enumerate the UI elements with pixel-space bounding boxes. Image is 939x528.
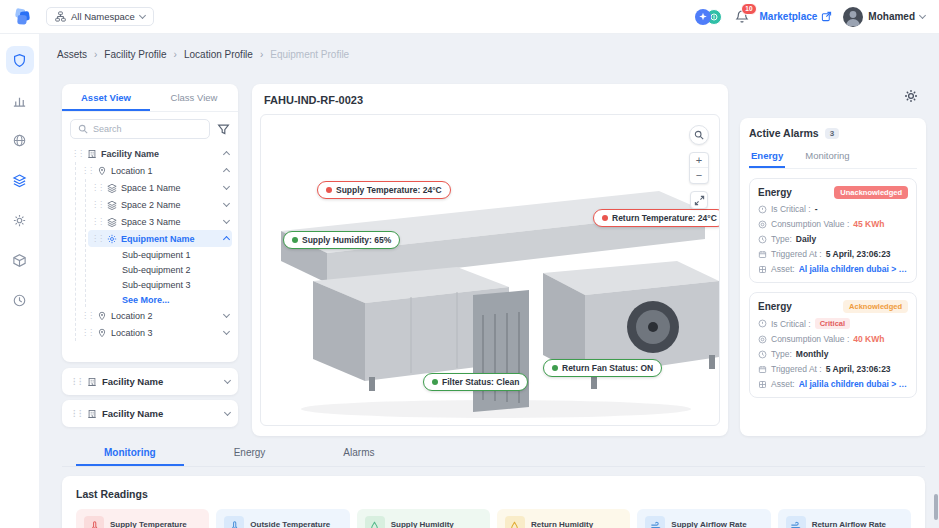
facility-card-3[interactable]: Facility Name [62,400,238,427]
assistant-icon[interactable] [695,9,711,25]
callout-supply-temperature[interactable]: Supply Temperature: 24°C [317,181,451,199]
alarm-field-critical: Is Critical : - [758,204,908,214]
cube-icon[interactable] [6,246,34,274]
callout-supply-humidity[interactable]: Supply Humidity: 65% [283,231,400,249]
reading-card-return-airflow[interactable]: Return Airflow Rate [778,509,911,528]
magnifier-icon[interactable] [689,125,709,145]
equipment-3d-viewer[interactable]: Supply Temperature: 24°C Return Temperat… [260,114,720,426]
marketplace-link[interactable]: Marketplace [760,11,833,22]
chart-icon[interactable] [6,86,34,114]
search-icon [78,124,88,134]
critical-badge: Critical [815,318,850,329]
tree-item-sub-equipment-1[interactable]: Sub-equipment 1 [122,247,232,262]
tab-energy[interactable]: Energy [749,146,785,168]
tree-item-space-1[interactable]: Space 1 Name [88,179,232,196]
tree-item-label: Space 3 Name [121,217,220,227]
reading-card-outside-temperature[interactable]: Outside Temperature [216,509,349,528]
map-pin-icon [97,328,107,338]
drag-handle-icon[interactable] [91,201,103,209]
facility-card-2[interactable]: Facility Name [62,368,238,395]
shield-icon[interactable] [6,46,34,74]
tab-class-view[interactable]: Class View [150,84,238,111]
equipment-profile-card: FAHU-IND-RF-0023 [252,84,728,436]
external-link-icon [821,11,832,22]
active-alarms-panel: Active Alarms 3 Energy Monitoring Energy… [740,118,926,436]
layers-icon[interactable] [6,166,34,194]
drag-handle-icon[interactable] [91,235,103,243]
viewer-controls: + − [689,125,709,209]
tab-monitoring[interactable]: Monitoring [76,447,184,466]
building-icon [87,409,97,419]
zoom-out-button[interactable]: − [690,168,708,183]
chevron-down-icon [223,217,230,224]
reading-card-supply-humidity[interactable]: Supply Humidity [357,509,490,528]
reading-card-supply-temperature[interactable]: Supply Temperature [76,509,209,528]
tree-item-equipment[interactable]: Equipment Name [88,230,232,247]
marketplace-label: Marketplace [760,11,818,22]
notifications-button[interactable]: 10 [735,9,749,24]
tree-item-location-2[interactable]: Location 2 [78,307,232,324]
droplet-icon [505,516,525,528]
app-logo-icon[interactable] [12,6,34,28]
reading-card-supply-airflow[interactable]: Supply Airflow Rate [637,509,770,528]
drag-handle-icon[interactable] [81,167,93,175]
tree-item-location-3[interactable]: Location 3 [78,324,232,341]
callout-return-temperature[interactable]: Return Temperature: 24°C [593,209,720,227]
tab-energy[interactable]: Energy [206,447,294,466]
reading-card-return-humidity[interactable]: Return Humidity [497,509,630,528]
tree-item-space-2[interactable]: Space 2 Name [88,196,232,213]
page-settings-gear-icon[interactable] [903,88,919,104]
history-icon[interactable] [6,286,34,314]
see-more-link[interactable]: See More... [122,292,232,307]
space-layers-icon [107,217,117,227]
alarm-card[interactable]: Energy Acknowledged Is Critical : Critic… [749,292,917,398]
alarm-card[interactable]: Energy Unacknowledged Is Critical : - Co… [749,178,917,283]
chevron-down-icon [223,183,230,190]
chevron-up-icon [223,168,230,175]
tree-item-location-1[interactable]: Location 1 [78,162,232,179]
avatar [843,7,863,27]
user-menu[interactable]: Mohamed [843,7,925,27]
icon-rail [0,34,40,528]
alarms-header: Active Alarms 3 [749,127,917,139]
last-readings-panel: Last Readings Supply Temperature Outside… [62,476,925,528]
drag-handle-icon[interactable] [91,218,103,226]
drag-handle-icon[interactable] [91,184,103,192]
asset-link[interactable]: Al jalila children dubai > F... [799,379,908,389]
tree-item-sub-equipment-3[interactable]: Sub-equipment 3 [122,277,232,292]
search-input[interactable] [93,124,202,134]
breadcrumb-separator-icon [260,49,263,60]
tree-item-label: Facility Name [101,149,220,159]
namespace-selector[interactable]: All Namespace [46,7,154,26]
alarm-field-type: Type: Daily [758,234,908,244]
drag-handle-icon[interactable] [71,150,83,158]
alert-circle-icon [758,205,767,214]
alert-circle-icon [758,319,767,328]
callout-return-fan-status[interactable]: Return Fan Status: ON [543,359,662,377]
drag-handle-icon[interactable] [81,312,93,320]
drag-handle-icon[interactable] [70,378,82,386]
tree-item-sub-equipment-2[interactable]: Sub-equipment 2 [122,262,232,277]
fullscreen-expand-icon[interactable] [690,191,708,209]
zoom-in-button[interactable]: + [690,153,708,168]
tab-asset-view[interactable]: Asset View [62,84,150,111]
breadcrumb-assets[interactable]: Assets [57,49,87,60]
drag-handle-icon[interactable] [81,329,93,337]
tree-item-space-3[interactable]: Space 3 Name [88,213,232,230]
drag-handle-icon[interactable] [70,410,82,418]
breadcrumb-location-profile[interactable]: Location Profile [184,49,253,60]
tab-monitoring[interactable]: Monitoring [803,146,851,168]
breadcrumb: Assets Facility Profile Location Profile… [57,49,349,60]
breadcrumb-facility-profile[interactable]: Facility Profile [104,49,166,60]
tab-alarms[interactable]: Alarms [315,447,402,466]
asset-link[interactable]: Al jalila children dubai > F... [799,264,908,274]
tree-item-label: Space 1 Name [121,183,220,193]
tree-item-facility-1[interactable]: Facility Name [68,145,232,162]
gear-icon[interactable] [6,206,34,234]
filter-icon[interactable] [217,123,230,136]
building-icon [87,377,97,387]
callout-filter-status[interactable]: Filter Status: Clean [423,373,528,391]
page-scrollbar[interactable] [934,494,938,520]
globe-icon[interactable] [6,126,34,154]
chevron-down-icon [224,377,231,384]
